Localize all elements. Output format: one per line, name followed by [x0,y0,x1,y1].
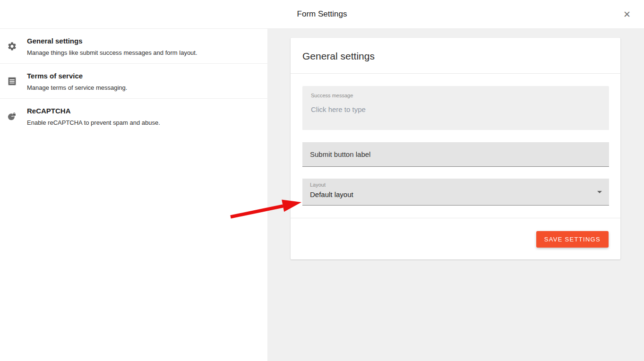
sidebar-item-recaptcha[interactable]: ReCAPTCHA Enable reCAPTCHA to prevent sp… [0,99,267,134]
layout-label: Layout [310,182,601,188]
card-footer: SAVE SETTINGS [291,218,620,259]
sidebar-item-title: ReCAPTCHA [27,107,258,115]
submit-button-label-field[interactable]: Submit button label [302,142,609,167]
sidebar-item-description: Enable reCAPTCHA to prevent spam and abu… [27,119,258,126]
recaptcha-icon [7,112,17,121]
submit-button-label-text: Submit button label [310,150,370,158]
sidebar-item-terms-of-service[interactable]: Terms of service Manage terms of service… [0,64,267,99]
dialog-body: General settings Manage things like subm… [0,29,644,361]
sidebar-item-description: Manage terms of service messaging. [27,84,258,91]
success-message-placeholder: Click here to type [311,105,601,113]
card-title: General settings [302,51,375,61]
sidebar-item-description: Manage things like submit success messag… [27,49,258,56]
success-message-field[interactable]: Success message Click here to type [302,86,609,130]
save-settings-button[interactable]: SAVE SETTINGS [536,231,609,248]
sidebar-item-title: Terms of service [27,72,258,80]
receipt-icon [7,76,17,86]
settings-content: General settings Success message Click h… [267,29,644,361]
close-icon[interactable]: ✕ [621,8,633,21]
sidebar-item-title: General settings [27,37,258,45]
sidebar-item-general-settings[interactable]: General settings Manage things like subm… [0,29,267,64]
dialog-title: Form Settings [297,9,347,19]
general-settings-card: General settings Success message Click h… [291,38,620,259]
success-message-label: Success message [311,93,601,98]
card-body: Success message Click here to type Submi… [291,74,620,218]
card-header: General settings [291,38,620,74]
chevron-down-icon [597,191,602,193]
layout-select[interactable]: Layout Default layout [302,179,609,206]
layout-selected-value: Default layout [310,190,601,198]
gear-icon [7,41,17,51]
dialog-header: Form Settings ✕ [0,0,644,29]
settings-sidebar: General settings Manage things like subm… [0,29,267,361]
